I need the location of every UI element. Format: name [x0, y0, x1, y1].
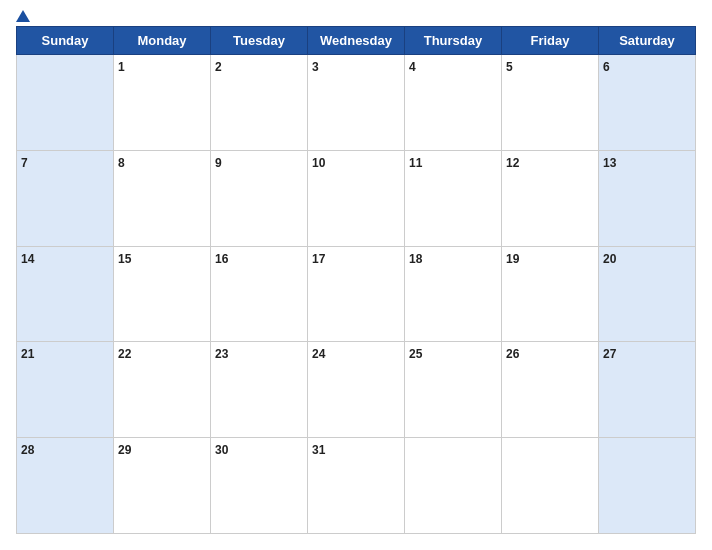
weekday-header-friday: Friday	[502, 27, 599, 55]
weekday-header-tuesday: Tuesday	[211, 27, 308, 55]
calendar-header	[16, 10, 696, 22]
calendar-cell: 19	[502, 246, 599, 342]
calendar-cell	[502, 438, 599, 534]
day-number: 18	[409, 252, 422, 266]
day-number: 29	[118, 443, 131, 457]
day-number: 21	[21, 347, 34, 361]
calendar-cell: 13	[599, 150, 696, 246]
calendar-cell: 24	[308, 342, 405, 438]
calendar-cell: 6	[599, 55, 696, 151]
day-number: 7	[21, 156, 28, 170]
day-number: 20	[603, 252, 616, 266]
calendar-cell: 28	[17, 438, 114, 534]
calendar-cell: 15	[114, 246, 211, 342]
day-number: 22	[118, 347, 131, 361]
day-number: 10	[312, 156, 325, 170]
calendar-cell: 30	[211, 438, 308, 534]
calendar-cell: 11	[405, 150, 502, 246]
calendar-cell	[599, 438, 696, 534]
calendar-table: SundayMondayTuesdayWednesdayThursdayFrid…	[16, 26, 696, 534]
calendar-cell: 20	[599, 246, 696, 342]
calendar-cell: 25	[405, 342, 502, 438]
weekday-header-row: SundayMondayTuesdayWednesdayThursdayFrid…	[17, 27, 696, 55]
day-number: 13	[603, 156, 616, 170]
calendar-week-row: 21222324252627	[17, 342, 696, 438]
day-number: 14	[21, 252, 34, 266]
day-number: 25	[409, 347, 422, 361]
weekday-header-monday: Monday	[114, 27, 211, 55]
logo-triangle-icon	[16, 10, 30, 22]
calendar-week-row: 123456	[17, 55, 696, 151]
day-number: 31	[312, 443, 325, 457]
day-number: 1	[118, 60, 125, 74]
calendar-cell: 16	[211, 246, 308, 342]
day-number: 28	[21, 443, 34, 457]
calendar-week-row: 28293031	[17, 438, 696, 534]
day-number: 24	[312, 347, 325, 361]
calendar-cell: 5	[502, 55, 599, 151]
day-number: 5	[506, 60, 513, 74]
calendar-cell: 31	[308, 438, 405, 534]
calendar-week-row: 78910111213	[17, 150, 696, 246]
calendar-cell: 29	[114, 438, 211, 534]
calendar-cell: 21	[17, 342, 114, 438]
day-number: 8	[118, 156, 125, 170]
calendar-cell	[405, 438, 502, 534]
calendar-cell: 4	[405, 55, 502, 151]
day-number: 2	[215, 60, 222, 74]
day-number: 26	[506, 347, 519, 361]
calendar-cell: 3	[308, 55, 405, 151]
weekday-header-saturday: Saturday	[599, 27, 696, 55]
day-number: 11	[409, 156, 422, 170]
day-number: 16	[215, 252, 228, 266]
day-number: 4	[409, 60, 416, 74]
weekday-header-wednesday: Wednesday	[308, 27, 405, 55]
calendar-cell: 7	[17, 150, 114, 246]
weekday-header-sunday: Sunday	[17, 27, 114, 55]
calendar-cell: 10	[308, 150, 405, 246]
calendar-cell: 27	[599, 342, 696, 438]
weekday-header-thursday: Thursday	[405, 27, 502, 55]
day-number: 17	[312, 252, 325, 266]
day-number: 12	[506, 156, 519, 170]
calendar-cell: 14	[17, 246, 114, 342]
calendar-cell: 18	[405, 246, 502, 342]
day-number: 3	[312, 60, 319, 74]
calendar-cell	[17, 55, 114, 151]
day-number: 19	[506, 252, 519, 266]
calendar-cell: 17	[308, 246, 405, 342]
day-number: 30	[215, 443, 228, 457]
day-number: 9	[215, 156, 222, 170]
calendar-cell: 9	[211, 150, 308, 246]
calendar-week-row: 14151617181920	[17, 246, 696, 342]
day-number: 15	[118, 252, 131, 266]
calendar-body: 1234567891011121314151617181920212223242…	[17, 55, 696, 534]
calendar-cell: 26	[502, 342, 599, 438]
day-number: 27	[603, 347, 616, 361]
calendar-cell: 23	[211, 342, 308, 438]
logo	[16, 10, 32, 22]
day-number: 23	[215, 347, 228, 361]
calendar-cell: 12	[502, 150, 599, 246]
logo-blue-text	[16, 10, 32, 22]
calendar-header-row: SundayMondayTuesdayWednesdayThursdayFrid…	[17, 27, 696, 55]
calendar-cell: 1	[114, 55, 211, 151]
day-number: 6	[603, 60, 610, 74]
calendar-cell: 2	[211, 55, 308, 151]
calendar-cell: 8	[114, 150, 211, 246]
calendar-cell: 22	[114, 342, 211, 438]
